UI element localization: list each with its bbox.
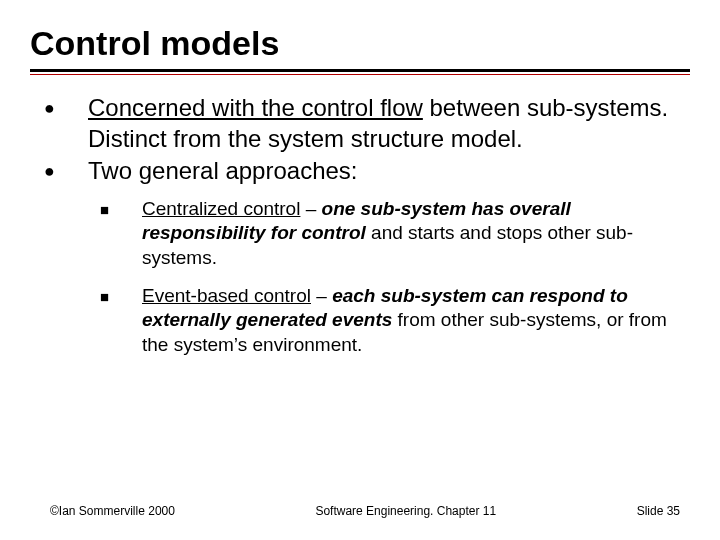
sub-bullet-2: ■ Event-based control – each sub-system … — [100, 284, 690, 357]
footer-chapter: Software Engineering. Chapter 11 — [315, 504, 496, 518]
bullet-2-text: Two general approaches: — [88, 156, 690, 187]
slide-title: Control models — [30, 24, 690, 63]
bullet-dot-icon: ● — [44, 93, 88, 154]
footer: ©Ian Sommerville 2000 Software Engineeri… — [0, 504, 720, 518]
square-bullet-icon: ■ — [100, 197, 142, 270]
content-area: ● Concerned with the control flow betwee… — [30, 93, 690, 357]
bullet-1: ● Concerned with the control flow betwee… — [44, 93, 690, 154]
slide: Control models ● Concerned with the cont… — [0, 0, 720, 540]
sub-bullet-2-dash: – — [311, 285, 332, 306]
bullet-2: ● Two general approaches: — [44, 156, 690, 187]
bullet-dot-icon: ● — [44, 156, 88, 187]
footer-slide-number: Slide 35 — [637, 504, 680, 518]
sub-bullet-1-underline: Centralized control — [142, 198, 300, 219]
title-rule-red — [30, 74, 690, 75]
sub-bullet-1: ■ Centralized control – one sub-system h… — [100, 197, 690, 270]
square-bullet-icon: ■ — [100, 284, 142, 357]
sub-bullet-2-underline: Event-based control — [142, 285, 311, 306]
bullet-1-text: Concerned with the control flow between … — [88, 93, 690, 154]
sub-bullet-2-text: Event-based control – each sub-system ca… — [142, 284, 690, 357]
sub-bullet-list: ■ Centralized control – one sub-system h… — [44, 197, 690, 357]
bullet-1-underline: Concerned with the control flow — [88, 94, 423, 121]
footer-copyright: ©Ian Sommerville 2000 — [50, 504, 175, 518]
title-rule-black — [30, 69, 690, 72]
sub-bullet-1-dash: – — [300, 198, 321, 219]
sub-bullet-1-text: Centralized control – one sub-system has… — [142, 197, 690, 270]
